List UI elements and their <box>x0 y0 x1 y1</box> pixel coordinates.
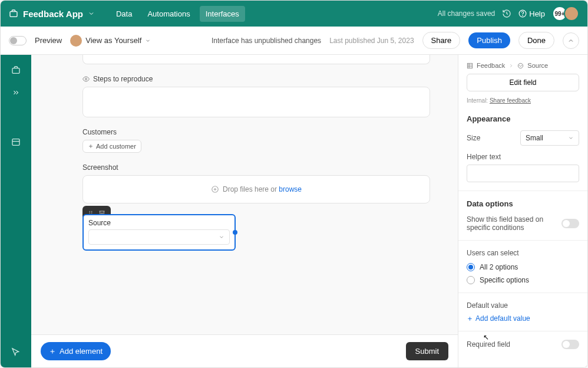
svg-point-16 <box>91 212 93 213</box>
avatar <box>564 6 579 21</box>
last-published: Last published Jun 5, 2023 <box>329 37 414 45</box>
view-as-menu[interactable]: View as Yourself <box>70 35 151 47</box>
edit-field-button[interactable]: Edit field <box>467 74 579 91</box>
field-label: Steps to reproduce <box>82 75 430 83</box>
attachment-icon <box>211 185 219 193</box>
nav-automations[interactable]: Automations <box>141 6 196 22</box>
conditions-toggle[interactable] <box>561 219 579 228</box>
submit-button: Submit <box>406 342 448 360</box>
eye-off-icon <box>82 75 90 83</box>
source-field-selected[interactable]: Source <box>82 214 236 251</box>
publish-button[interactable]: Publish <box>468 32 510 48</box>
radio-icon <box>467 276 475 284</box>
svg-rect-3 <box>12 68 19 74</box>
text-input[interactable] <box>82 55 430 64</box>
plus-icon <box>88 143 94 149</box>
svg-rect-0 <box>10 12 17 17</box>
app-title[interactable]: Feedback App <box>9 9 95 19</box>
preview-label: Preview <box>35 36 62 45</box>
helper-text-input[interactable] <box>467 165 579 182</box>
avatar-stack[interactable]: 99+ <box>552 6 579 21</box>
add-element-button[interactable]: Add element <box>41 342 111 360</box>
svg-point-15 <box>91 211 93 212</box>
steps-textarea[interactable] <box>82 87 430 117</box>
radio-all-options[interactable]: All 2 options <box>467 263 579 271</box>
field-label: Screenshot <box>82 163 430 172</box>
select-icon <box>517 63 524 69</box>
help-button[interactable]: Help <box>518 9 545 18</box>
rail-layout-icon[interactable] <box>6 133 25 152</box>
size-select[interactable]: Small <box>520 130 579 146</box>
topbar: Feedback App Data Automations Interfaces… <box>1 1 587 27</box>
nav-data[interactable]: Data <box>110 6 138 22</box>
collapse-panel-button[interactable] <box>563 32 579 49</box>
resize-handle[interactable] <box>233 230 237 235</box>
base-icon <box>9 9 18 18</box>
helper-text-label: Helper text <box>467 153 579 161</box>
left-rail <box>1 55 31 367</box>
history-icon[interactable] <box>502 9 511 18</box>
svg-rect-4 <box>12 139 19 146</box>
source-select[interactable] <box>88 229 230 245</box>
plus-icon <box>467 316 473 322</box>
canvas: Steps to reproduce Customers Add custome… <box>31 55 458 367</box>
svg-point-6 <box>85 78 87 80</box>
chevron-down-icon <box>145 38 151 44</box>
field-label: Customers <box>82 128 430 136</box>
browse-link[interactable]: browse <box>279 185 302 193</box>
users-select-label: Users can select <box>467 249 579 257</box>
nav-interfaces[interactable]: Interfaces <box>200 6 245 22</box>
top-nav: Data Automations Interfaces <box>110 6 245 22</box>
chevron-down-icon <box>219 234 224 240</box>
preview-toggle[interactable] <box>9 36 27 45</box>
share-feedback-link[interactable]: Share feedback <box>490 97 531 104</box>
share-button[interactable]: Share <box>422 32 461 49</box>
done-button[interactable]: Done <box>518 32 554 49</box>
add-default-value-link[interactable]: Add default value <box>467 314 579 323</box>
file-drop-zone[interactable]: Drop files here or browse <box>82 175 430 203</box>
grid-icon <box>467 63 473 69</box>
radio-icon <box>467 263 475 271</box>
avatar-icon <box>70 35 82 47</box>
right-panel: Feedback Source Edit field Internal: Sha… <box>458 55 587 367</box>
svg-point-24 <box>518 63 523 68</box>
add-customer-button[interactable]: Add customer <box>82 140 141 153</box>
rail-expand-icon[interactable] <box>6 83 25 102</box>
conditions-label: Show this field based on specific condit… <box>467 215 557 232</box>
chevron-right-icon <box>508 63 514 68</box>
required-toggle[interactable] <box>561 340 579 349</box>
field-label: Source <box>88 219 230 227</box>
svg-point-13 <box>90 212 91 213</box>
save-status: All changes saved <box>438 9 495 18</box>
section-data-options: Data options <box>467 199 579 208</box>
svg-rect-20 <box>467 63 472 68</box>
rail-cursor-icon[interactable] <box>6 343 25 362</box>
chevron-down-icon[interactable] <box>88 10 95 17</box>
chevron-down-icon <box>568 135 574 141</box>
required-label: Required field <box>467 340 510 349</box>
crumb-source: Source <box>527 62 548 69</box>
plus-icon <box>49 348 56 355</box>
internal-note: Internal: Share feedback <box>467 97 579 104</box>
subbar: Preview View as Yourself Interface has u… <box>1 27 587 55</box>
size-label: Size <box>467 134 480 142</box>
svg-point-2 <box>523 15 523 16</box>
canvas-footer: Add element Submit <box>31 334 458 367</box>
rail-pages-icon[interactable] <box>6 61 25 80</box>
radio-specific-options[interactable]: Specific options <box>467 276 579 284</box>
default-value-label: Default value <box>467 301 579 310</box>
publish-status: Interface has unpublished changes <box>212 37 321 45</box>
crumb-feedback[interactable]: Feedback <box>477 62 505 69</box>
svg-point-12 <box>90 211 91 212</box>
breadcrumb: Feedback Source <box>467 62 579 69</box>
section-appearance: Appearance <box>467 114 579 123</box>
